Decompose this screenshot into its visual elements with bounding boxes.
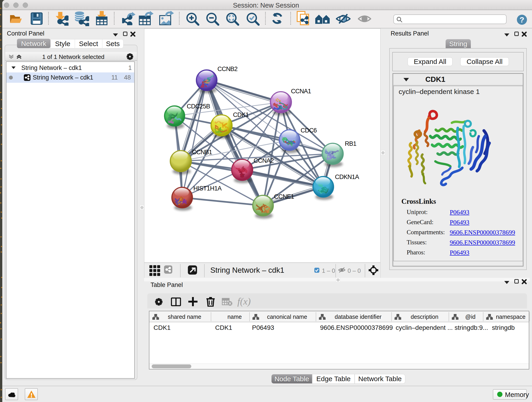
svg-text:CDKN1A: CDKN1A — [335, 173, 359, 180]
svg-text:HIST1H1A: HIST1H1A — [193, 185, 222, 192]
svg-text:CDC25B: CDC25B — [187, 103, 210, 110]
svg-text:CCNA2: CCNA2 — [254, 157, 274, 164]
svg-text:CCNB1: CCNB1 — [192, 149, 212, 156]
svg-text:CCNE1: CCNE1 — [274, 193, 294, 200]
svg-text:CCNA1: CCNA1 — [291, 88, 311, 95]
svg-text:CCNB2: CCNB2 — [217, 65, 238, 72]
svg-text:CDC6: CDC6 — [301, 127, 317, 134]
svg-text:RB1: RB1 — [345, 140, 356, 147]
svg-text:CDK1: CDK1 — [233, 111, 249, 118]
